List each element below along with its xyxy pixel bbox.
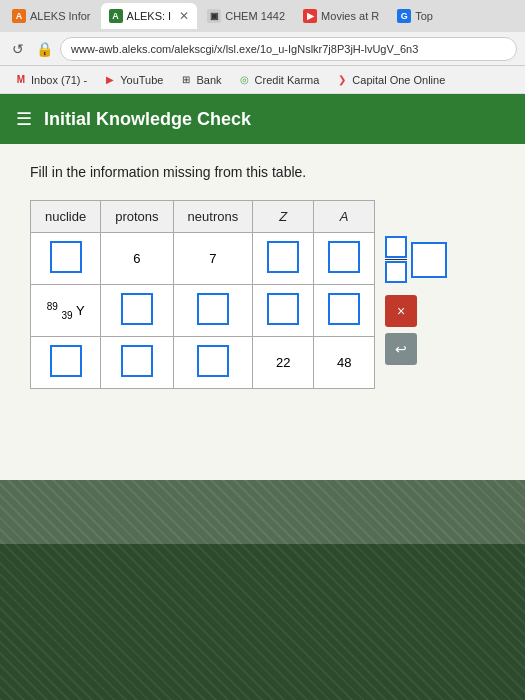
tab-favicon-chem: ▣ xyxy=(207,9,221,23)
question-text: Fill in the information missing from thi… xyxy=(30,164,495,180)
row2-neutrons[interactable] xyxy=(173,285,253,337)
side-panel: × ↩ xyxy=(385,200,447,365)
tab-favicon-aleks-1: A xyxy=(109,9,123,23)
tab-label-chem: CHEM 1442 xyxy=(225,10,285,22)
aleks-header: ☰ Initial Knowledge Check xyxy=(0,94,525,144)
fraction-line xyxy=(385,259,407,260)
address-input[interactable]: www-awb.aleks.com/alekscgi/x/lsl.exe/1o_… xyxy=(60,37,517,61)
row2-protons[interactable] xyxy=(101,285,173,337)
row1-a-input[interactable] xyxy=(328,241,360,273)
bookmark-youtube-label: YouTube xyxy=(120,74,163,86)
tab-movies[interactable]: ▶ Movies at R xyxy=(295,3,387,29)
row2-z-input[interactable] xyxy=(267,293,299,325)
row2-a[interactable] xyxy=(314,285,375,337)
tab-favicon-top: G xyxy=(397,9,411,23)
nuclide-notation-y: 89 39 Y xyxy=(47,301,85,321)
row1-a[interactable] xyxy=(314,233,375,285)
row1-neutrons: 7 xyxy=(173,233,253,285)
row3-z: 22 xyxy=(253,337,314,389)
undo-button[interactable]: ↩ xyxy=(385,333,417,365)
inbox-icon: M xyxy=(14,73,28,87)
nuclide-symbol: Y xyxy=(76,303,85,318)
col-header-a: A xyxy=(314,201,375,233)
bookmark-credit-karma[interactable]: ◎ Credit Karma xyxy=(232,71,326,89)
undo-icon: ↩ xyxy=(395,341,407,357)
bookmark-credit-karma-label: Credit Karma xyxy=(255,74,320,86)
bookmarks-bar: M Inbox (71) - ▶ YouTube ⊞ Bank ◎ Credit… xyxy=(0,66,525,94)
bookmark-bank[interactable]: ⊞ Bank xyxy=(173,71,227,89)
col-header-z: Z xyxy=(253,201,314,233)
row3-protons[interactable] xyxy=(101,337,173,389)
row3-neutrons-input[interactable] xyxy=(197,345,229,377)
tab-close-icon[interactable]: ✕ xyxy=(179,9,189,23)
bookmark-bank-label: Bank xyxy=(196,74,221,86)
bookmark-capital-one-label: Capital One Online xyxy=(352,74,445,86)
tab-favicon-movies: ▶ xyxy=(303,9,317,23)
bookmark-inbox[interactable]: M Inbox (71) - xyxy=(8,71,93,89)
bookmark-youtube[interactable]: ▶ YouTube xyxy=(97,71,169,89)
row2-neutrons-input[interactable] xyxy=(197,293,229,325)
row2-z[interactable] xyxy=(253,285,314,337)
chem-table: nuclide protons neutrons Z A 6 7 xyxy=(30,200,375,389)
table-row: 6 7 xyxy=(31,233,375,285)
aleks-page-title: Initial Knowledge Check xyxy=(44,109,251,130)
table-row: 22 48 xyxy=(31,337,375,389)
clear-button[interactable]: × xyxy=(385,295,417,327)
table-header-row: nuclide protons neutrons Z A xyxy=(31,201,375,233)
address-bar: ↺ 🔒 www-awb.aleks.com/alekscgi/x/lsl.exe… xyxy=(0,32,525,66)
tab-favicon-aleks-info: A xyxy=(12,9,26,23)
row3-a: 48 xyxy=(314,337,375,389)
col-header-nuclide: nuclide xyxy=(31,201,101,233)
fraction-input-widget xyxy=(385,236,447,283)
row3-nuclide[interactable] xyxy=(31,337,101,389)
col-header-protons: protons xyxy=(101,201,173,233)
nuclide-atomic-number: 39 xyxy=(61,309,72,320)
youtube-icon: ▶ xyxy=(103,73,117,87)
fraction-main-input[interactable] xyxy=(411,242,447,278)
credit-karma-icon: ◎ xyxy=(238,73,252,87)
row1-protons: 6 xyxy=(101,233,173,285)
tab-label-movies: Movies at R xyxy=(321,10,379,22)
tab-label-aleks-info: ALEKS Infor xyxy=(30,10,91,22)
row3-neutrons[interactable] xyxy=(173,337,253,389)
col-header-neutrons: neutrons xyxy=(173,201,253,233)
nuclide-mass-number: 89 xyxy=(47,301,58,312)
row3-protons-input[interactable] xyxy=(121,345,153,377)
browser-chrome: A ALEKS Infor A ALEKS: I ✕ ▣ CHEM 1442 ▶… xyxy=(0,0,525,94)
capital-one-icon: ❯ xyxy=(335,73,349,87)
table-area: nuclide protons neutrons Z A 6 7 xyxy=(30,200,495,409)
fraction-top-input[interactable] xyxy=(385,236,407,258)
tab-chem[interactable]: ▣ CHEM 1442 xyxy=(199,3,293,29)
table-row: 89 39 Y xyxy=(31,285,375,337)
tab-label-aleks-1: ALEKS: I xyxy=(127,10,172,22)
hamburger-icon[interactable]: ☰ xyxy=(16,108,32,130)
lock-icon: 🔒 xyxy=(34,39,54,59)
aleks-page: ☰ Initial Knowledge Check Fill in the in… xyxy=(0,94,525,544)
x-icon: × xyxy=(397,303,405,319)
row1-nuclide-input[interactable] xyxy=(50,241,82,273)
row1-z[interactable] xyxy=(253,233,314,285)
address-text: www-awb.aleks.com/alekscgi/x/lsl.exe/1o_… xyxy=(71,43,418,55)
row2-nuclide: 89 39 Y xyxy=(31,285,101,337)
fraction-bottom-input[interactable] xyxy=(385,261,407,283)
tab-label-top: Top xyxy=(415,10,433,22)
bookmark-capital-one[interactable]: ❯ Capital One Online xyxy=(329,71,451,89)
row3-nuclide-input[interactable] xyxy=(50,345,82,377)
row2-a-input[interactable] xyxy=(328,293,360,325)
tab-bar: A ALEKS Infor A ALEKS: I ✕ ▣ CHEM 1442 ▶… xyxy=(0,0,525,32)
bank-icon: ⊞ xyxy=(179,73,193,87)
back-button[interactable]: ↺ xyxy=(8,39,28,59)
tab-top[interactable]: G Top xyxy=(389,3,441,29)
tab-aleks-1[interactable]: A ALEKS: I ✕ xyxy=(101,3,198,29)
row1-z-input[interactable] xyxy=(267,241,299,273)
row2-protons-input[interactable] xyxy=(121,293,153,325)
tab-aleks-info[interactable]: A ALEKS Infor xyxy=(4,3,99,29)
bookmark-inbox-label: Inbox (71) - xyxy=(31,74,87,86)
row1-nuclide[interactable] xyxy=(31,233,101,285)
background-texture xyxy=(0,480,525,700)
